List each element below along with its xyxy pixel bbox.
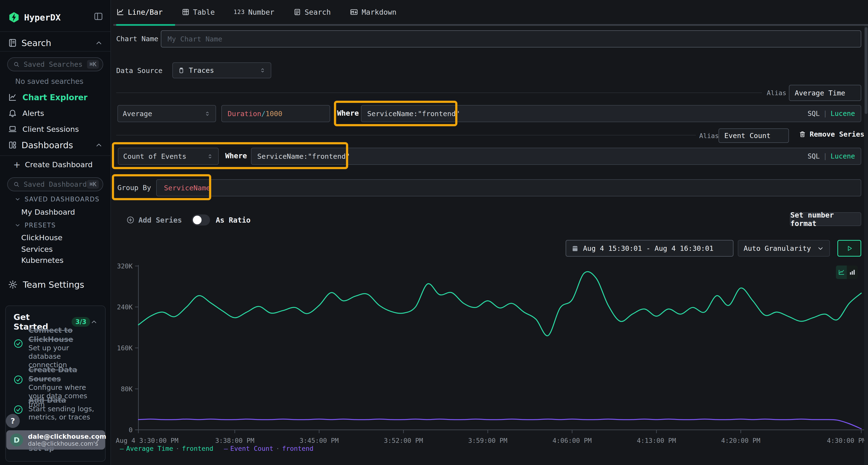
date-range-value: Aug 4 15:30:01 - Aug 4 16:30:01 [583,244,713,253]
active-tab-underline [116,24,175,26]
sidebar-item-alerts[interactable]: Alerts [8,107,44,120]
svg-text:Aug 4 3:30:00 PM: Aug 4 3:30:00 PM [116,437,179,444]
series1-aggregation-select[interactable]: Average [117,105,216,122]
user-menu[interactable]: D dale@clickhouse.com dale@clickhouse.co… [6,430,105,450]
legend-item-event-count[interactable]: — Event Count · frontend [224,445,313,452]
series1-alias-field[interactable]: Average Time [789,85,861,101]
group-by-field[interactable]: ServiceName [156,179,861,196]
chart-type-switch [836,266,858,279]
get-started-item-connect[interactable]: Connect to ClickHouse Set up your databa… [13,326,98,369]
set-number-format-button[interactable]: Set number format [790,212,861,226]
collapse-sidebar-button[interactable] [94,11,103,23]
legend-item-average-time[interactable]: — Average Time · frontend [120,445,213,452]
line-chart-icon [838,269,845,276]
get-started-item-add-data[interactable]: Add Data Start sending logs, metrics, or… [13,396,98,421]
toggle-knob [193,215,202,224]
bar-chart-type-button[interactable] [847,266,858,279]
legend-group: frontend [282,445,313,452]
series2-aggregation-select[interactable]: Count of Events [118,148,219,165]
date-range-picker[interactable]: Aug 4 15:30:01 - Aug 4 16:30:01 [566,240,734,257]
chart-name-field[interactable]: My Chart Name [161,30,861,47]
saved-searches-input[interactable] [23,60,87,69]
lucene-option[interactable]: Lucene [831,110,855,118]
add-series-button[interactable]: Add Series [126,216,182,224]
sidebar-item-client-sessions[interactable]: Client Sessions [8,123,79,135]
svg-text:3:52:00 PM: 3:52:00 PM [384,437,423,444]
brand[interactable]: HyperDX [8,10,61,24]
get-started-item-desc: Start sending logs, metrics, or traces [28,405,98,422]
scrollbar[interactable] [864,26,868,465]
cmdk-shortcut: ⌘K [87,60,99,69]
create-dashboard-button[interactable]: + Create Dashboard [13,159,93,171]
chevron-up-icon [95,141,103,149]
bar-chart-icon [849,269,856,276]
chevron-up-icon [90,318,98,326]
tab-line-bar[interactable]: Line/Bar [116,8,163,16]
svg-text:320K: 320K [117,262,133,270]
data-source-select[interactable]: Traces [173,62,271,78]
as-ratio-toggle[interactable] [192,214,210,226]
group-by-value: ServiceName [164,184,210,192]
tab-markdown[interactable]: Markdown [350,8,397,16]
remove-series-button[interactable]: Remove Series [799,130,864,138]
tab-label: Line/Bar [128,8,163,16]
line-chart-type-button[interactable] [836,266,847,279]
lucene-option[interactable]: Lucene [831,152,855,160]
sidebar-item-my-dashboard[interactable]: My Dashboard [21,208,75,217]
series2-where-field[interactable]: ServiceName:"frontend" SQL | Lucene [251,148,861,165]
doc-lines-icon [293,8,301,16]
svg-text:4:06:00 PM: 4:06:00 PM [553,437,592,444]
chevron-down-icon [817,245,824,252]
sidebar-item-kubernetes[interactable]: Kubernetes [21,256,63,265]
chart-name-label: Chart Name [116,35,158,43]
sidebar-item-team-settings[interactable]: Team Settings [8,277,84,292]
sql-option[interactable]: SQL [807,110,820,118]
presets-group[interactable]: PRESETS [14,222,56,229]
tab-label: Markdown [362,8,397,16]
tab-search[interactable]: Search [293,8,331,16]
granularity-select[interactable]: Auto Granularity [738,240,830,257]
tab-number[interactable]: 123 Number [234,8,274,16]
scrollbar-thumb[interactable] [865,27,868,114]
sidebar-item-chart-explorer[interactable]: Chart Explorer [8,91,88,104]
svg-text:3:38:00 PM: 3:38:00 PM [215,437,254,444]
table-icon [182,8,190,16]
svg-text:0: 0 [129,426,133,434]
sql-option[interactable]: SQL [807,152,820,160]
play-icon [846,245,853,252]
user-email: dale@clickhouse.com [28,433,94,440]
saved-dashboards-input[interactable] [23,180,87,189]
help-button[interactable]: ? [6,414,20,428]
series1-where-field[interactable]: ServiceName:"frontend" SQL | Lucene [361,105,861,122]
panel-collapse-icon [94,11,103,22]
as-ratio-label: As Ratio [216,216,251,224]
dashboards-icon [8,140,17,150]
sidebar-item-clickhouse[interactable]: ClickHouse [21,233,62,242]
get-started-badge: 3/3 [72,317,90,327]
get-started-item-title: Add Data [28,396,98,405]
run-query-button[interactable] [837,240,861,257]
sidebar-item-services[interactable]: Services [21,245,53,254]
divider [116,93,762,93]
timeseries-chart[interactable]: 080K160K240K320KAug 4 3:30:00 PM3:38:00 … [111,260,868,451]
sidebar-section-dashboards[interactable]: Dashboards [8,138,103,152]
saved-dashboards-header: SAVED DASHBOARDS [25,196,100,203]
saved-searches-search[interactable]: ⌘K [7,57,103,71]
legend-dash: — [120,445,124,452]
tab-label: Number [248,8,274,16]
legend-label: Average Time [126,445,173,452]
series2-alias-field[interactable]: Event Count [718,128,789,143]
saved-dashboards-group[interactable]: SAVED DASHBOARDS [14,196,100,203]
tabbar-underline [113,24,868,26]
search-icon [13,61,20,68]
sidebar-item-label: Alerts [23,109,44,118]
tab-table[interactable]: Table [182,8,215,16]
group-by-label: Group By [117,184,151,192]
sidebar-item-label: Team Settings [23,280,84,290]
series2-alias-value: Event Count [724,132,771,140]
saved-dashboards-search[interactable]: ⌘K [7,177,103,191]
series1-field-expression[interactable]: Duration/1000 [221,105,330,122]
pipe-divider: | [823,110,827,118]
tab-label: Table [193,8,215,16]
sidebar-section-search[interactable]: Search [8,36,103,49]
